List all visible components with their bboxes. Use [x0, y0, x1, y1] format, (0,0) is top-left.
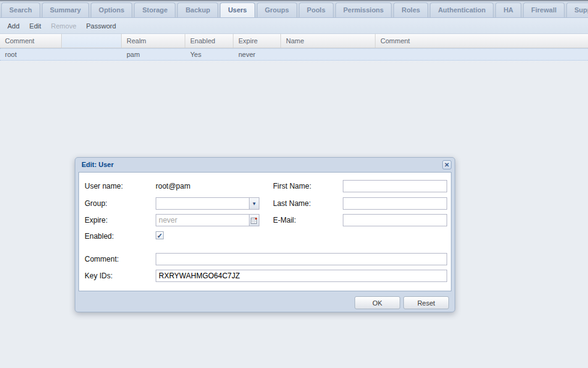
password-button[interactable]: Password [82, 19, 121, 33]
email-field[interactable] [343, 214, 447, 226]
group-field[interactable] [156, 197, 249, 210]
tab-search[interactable]: Search [1, 2, 40, 17]
user-row-root[interactable]: root pam Yes never [0, 48, 588, 61]
tab-authentication[interactable]: Authentication [430, 2, 494, 17]
group-label: Group: [85, 199, 107, 208]
tab-roles[interactable]: Roles [393, 2, 428, 17]
edit-button[interactable]: Edit [25, 19, 46, 33]
edit-user-dialog: Edit: User ✕ User name: root@pam First N… [75, 157, 455, 312]
cell-expire: never [233, 51, 281, 58]
enabled-checkbox[interactable]: ✓ [156, 231, 164, 239]
tab-backup[interactable]: Backup [177, 2, 218, 17]
remove-button[interactable]: Remove [46, 19, 82, 33]
calendar-icon[interactable] [249, 214, 259, 226]
column-header-comment-2[interactable]: Comment [376, 34, 588, 48]
add-button[interactable]: Add [2, 19, 25, 33]
close-icon[interactable]: ✕ [442, 160, 452, 169]
user-name-label: User name: [85, 182, 123, 190]
ok-button[interactable]: OK [355, 296, 400, 309]
column-header-realm[interactable]: Realm [122, 34, 185, 48]
tab-options[interactable]: Options [91, 2, 133, 17]
column-header-expire[interactable]: Expire [233, 34, 281, 48]
last-name-label: Last Name: [273, 199, 311, 208]
tab-support[interactable]: Support [566, 2, 588, 17]
tab-bar: Search Summary Options Storage Backup Us… [0, 1, 588, 18]
dialog-header[interactable]: Edit: User ✕ [75, 158, 455, 172]
first-name-label: First Name: [273, 182, 311, 190]
tab-pools[interactable]: Pools [299, 2, 334, 17]
key-ids-field[interactable] [156, 270, 447, 282]
tab-summary[interactable]: Summary [42, 2, 89, 17]
column-header-enabled[interactable]: Enabled [185, 34, 233, 48]
key-ids-label: Key IDs: [85, 272, 112, 280]
toolbar: Add Edit Remove Password [0, 18, 588, 34]
cell-enabled: Yes [185, 51, 233, 58]
user-name-value: root@pam [156, 182, 190, 190]
column-header-name[interactable]: Name [281, 34, 376, 48]
expire-datefield [156, 214, 259, 226]
first-name-field[interactable] [343, 180, 447, 192]
users-grid-header: Comment Realm Enabled Expire Name Commen… [0, 34, 588, 48]
chevron-down-icon[interactable]: ▾ [249, 197, 259, 210]
comment-label: Comment: [85, 255, 119, 263]
dialog-title: Edit: User [82, 161, 114, 168]
cell-user: root [0, 51, 62, 58]
cell-realm: pam [122, 51, 185, 58]
tab-firewall[interactable]: Firewall [523, 2, 565, 17]
expire-label: Expire: [85, 216, 107, 225]
enabled-label: Enabled: [85, 232, 114, 241]
column-header-comment[interactable]: Comment [0, 34, 62, 48]
dialog-body: User name: root@pam First Name: Group: ▾… [78, 172, 452, 291]
email-label: E-Mail: [273, 216, 296, 225]
tab-groups[interactable]: Groups [257, 2, 297, 17]
tab-ha[interactable]: HA [495, 2, 521, 17]
column-header-blank[interactable] [62, 34, 122, 48]
tab-permissions[interactable]: Permissions [335, 2, 392, 17]
tab-users[interactable]: Users [220, 2, 255, 17]
last-name-field[interactable] [343, 197, 447, 210]
expire-field[interactable] [156, 214, 249, 226]
tab-storage[interactable]: Storage [134, 2, 175, 17]
reset-button[interactable]: Reset [403, 296, 449, 309]
group-combo: ▾ [156, 197, 259, 210]
comment-field[interactable] [156, 253, 447, 265]
